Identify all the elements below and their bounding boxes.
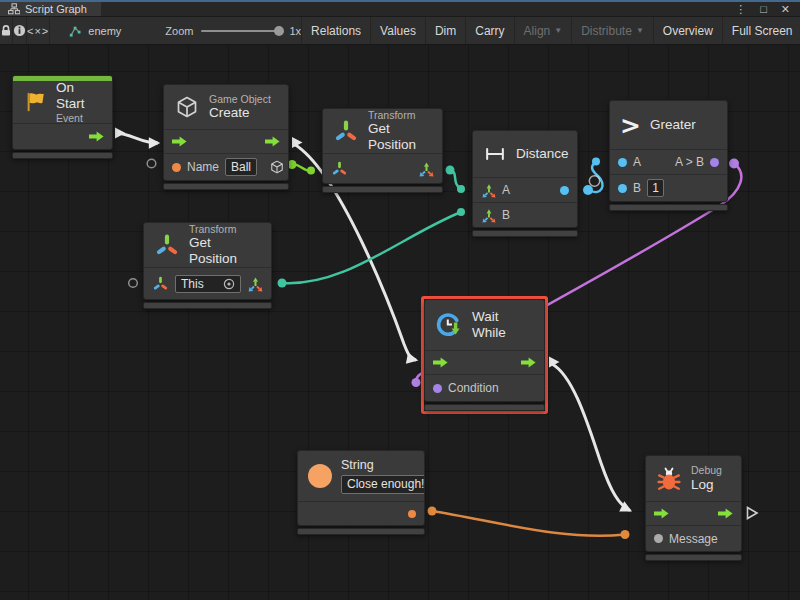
graph-toolbar: <×> enemy Zoom 1x Relations Values Dim C… [0,17,800,45]
zoom-control: Zoom 1x [165,17,301,44]
control-input-port[interactable] [654,508,669,519]
node-greater[interactable]: > Greater A A > B B 1 [609,100,728,211]
toolbar-button-overview[interactable]: Overview [653,17,722,44]
code-preview-button[interactable]: <×> [27,17,50,44]
vector3-output-port[interactable] [418,161,434,177]
tab-title: Script Graph [25,3,87,15]
more-menu-icon[interactable]: ⋮ [735,3,746,16]
toolbar-button-carry[interactable]: Carry [465,17,513,44]
condition-input-port[interactable] [433,384,442,393]
lock-button[interactable] [0,17,13,44]
toolbar-button-values[interactable]: Values [370,17,425,44]
toolbar-button-align[interactable]: Align▼ [514,17,572,44]
graph-breadcrumb[interactable]: enemy [68,17,121,44]
node-footer [472,230,578,237]
control-input-port[interactable] [433,357,448,368]
node-on-start[interactable]: On Start Event [12,75,113,159]
string-value-field[interactable]: Close enough! [341,475,425,493]
toolbar-button-dim[interactable]: Dim [425,17,465,44]
b-value-field[interactable]: 1 [647,179,664,197]
node-get-position-1[interactable]: Transform Get Position [322,108,443,193]
graph-icon [68,24,82,38]
maximize-icon[interactable]: □ [760,3,767,15]
message-input-port[interactable] [654,534,663,543]
graph-name: enemy [88,25,121,37]
name-input-port[interactable] [172,163,181,172]
port-label: B [633,181,641,195]
node-create-game-object[interactable]: Game Object Create Name Ball [163,84,289,190]
node-title: Wait While [472,309,534,341]
bug-icon [656,466,682,492]
toolbar-buttons: Relations Values Dim Carry Align▼ Distri… [301,17,800,44]
string-icon [308,464,332,488]
control-output-port[interactable] [89,131,104,142]
node-title: String [341,458,425,473]
toolbar-button-distribute[interactable]: Distribute▼ [571,17,653,44]
result-output-port[interactable] [710,158,719,167]
chevron-down-icon: ▼ [636,27,644,35]
node-title: Get Position [368,121,432,153]
toolbar-button-full-screen[interactable]: Full Screen [722,17,800,44]
result-label: A > B [675,155,704,169]
port-label: A [633,155,641,169]
transform-input-port[interactable] [331,160,348,177]
node-title: Create [209,105,271,121]
node-debug-log[interactable]: Debug Log Message [645,455,742,561]
zoom-slider-handle[interactable] [274,26,284,36]
node-wait-while[interactable]: Wait While Condition [421,296,548,414]
control-input-port[interactable] [172,136,187,147]
name-field[interactable]: Ball [225,158,257,176]
code-icon: <×> [27,25,49,37]
object-picker-icon[interactable] [223,278,235,290]
port-label: Message [669,532,718,546]
flag-icon [23,90,47,114]
port-label: A [502,183,510,197]
transform-icon [154,232,180,258]
node-footer [297,528,425,535]
node-distance[interactable]: Distance A B [472,130,578,237]
toolbar-button-relations[interactable]: Relations [301,17,370,44]
a-input-port[interactable] [618,158,627,167]
node-footer [163,183,289,190]
node-title: Get Position [189,235,261,267]
b-input-port[interactable] [618,184,627,193]
node-get-position-2[interactable]: Transform Get Position This [143,222,272,309]
tab-bar: Script Graph ⋮ □ ✕ [0,2,800,17]
lock-icon [0,24,12,37]
tab-script-graph[interactable]: Script Graph [0,2,101,16]
vector3-input-port[interactable] [481,208,496,223]
node-footer [322,186,443,193]
game-object-output-port[interactable] [269,159,285,175]
transform-icon [333,118,359,144]
node-title: Log [691,477,722,493]
wait-while-icon [435,311,463,339]
control-output-port[interactable] [718,508,733,519]
close-icon[interactable]: ✕ [781,3,790,16]
window-controls: ⋮ □ ✕ [735,2,800,16]
info-icon [13,24,26,37]
result-output-port[interactable] [560,186,569,195]
port-label: Name [187,160,219,174]
node-footer [609,204,728,211]
target-field[interactable]: This [175,275,241,293]
node-footer [12,152,113,159]
control-output-port[interactable] [521,357,536,368]
node-footer [424,404,545,411]
node-category: Debug [691,464,722,477]
info-button[interactable] [13,17,27,44]
node-string[interactable]: String Close enough! [297,450,425,535]
vector3-input-port[interactable] [481,183,496,198]
control-output-port[interactable] [265,136,280,147]
cube-icon [174,94,200,120]
string-output-port[interactable] [408,510,416,518]
unity-script-graph-window: Script Graph ⋮ □ ✕ <×> [0,0,800,600]
vector3-output-port[interactable] [247,276,263,292]
node-footer [645,554,742,561]
port-label: Condition [448,381,499,395]
node-subtitle: Event [56,112,102,125]
transform-input-port[interactable] [152,275,169,292]
zoom-slider[interactable] [201,30,281,32]
node-title: Greater [650,117,696,133]
node-footer [143,302,272,309]
node-category: Transform [189,223,261,236]
